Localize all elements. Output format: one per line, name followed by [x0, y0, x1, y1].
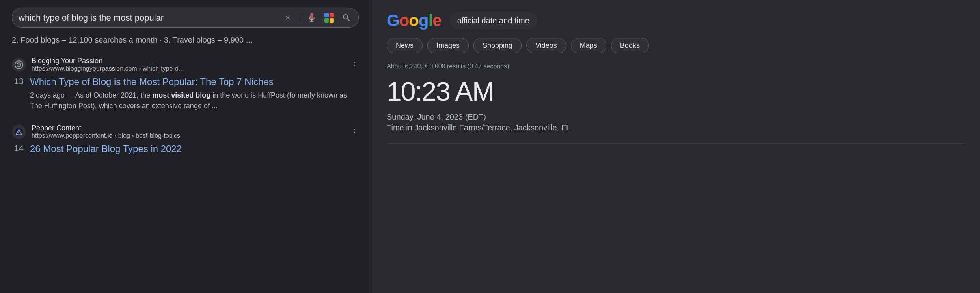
result-header-14: Pepper Content https://www.peppercontent…	[12, 124, 359, 139]
site-url-14: https://www.peppercontent.io › blog › be…	[32, 132, 345, 139]
result-number-14: 14	[12, 143, 24, 154]
search-bar-container: which type of blog is the most popular	[0, 0, 371, 34]
result-item-14: Pepper Content https://www.peppercontent…	[0, 118, 371, 161]
site-info-14: Pepper Content https://www.peppercontent…	[32, 124, 345, 139]
search-bar[interactable]: which type of blog is the most popular	[12, 8, 359, 28]
result-title-13[interactable]: Which Type of Blog is the Most Popular: …	[30, 76, 274, 87]
tab-images[interactable]: Images	[427, 38, 469, 53]
more-button-14[interactable]: ⋮	[351, 127, 359, 137]
lens-button[interactable]	[324, 12, 335, 23]
result-item-13: Blogging Your Passion https://www.bloggi…	[0, 51, 371, 118]
result-number-13: 13	[12, 75, 24, 86]
svg-point-8	[19, 64, 20, 65]
result-content-13: Which Type of Blog is the Most Popular: …	[30, 75, 359, 111]
tab-videos[interactable]: Videos	[526, 38, 566, 53]
search-input[interactable]: which type of blog is the most popular	[19, 13, 278, 23]
left-panel: which type of blog is the most popular	[0, 0, 371, 293]
result-header-13: Blogging Your Passion https://www.bloggi…	[12, 57, 359, 72]
result-row-14: 14 26 Most Popular Blog Types in 2022	[12, 143, 359, 155]
search-icons	[282, 12, 352, 23]
desc-plain-13: 2 days ago — As of October 2021, the	[30, 91, 152, 99]
result-desc-13: 2 days ago — As of October 2021, the mos…	[30, 90, 359, 111]
tab-maps[interactable]: Maps	[571, 38, 606, 53]
svg-rect-2	[324, 13, 329, 17]
site-info-13: Blogging Your Passion https://www.bloggi…	[32, 57, 345, 72]
time-location: Time in Jacksonville Farms/Terrace, Jack…	[387, 123, 964, 132]
results-count: About 6,240,000,000 results (0.47 second…	[387, 61, 964, 70]
google-logo[interactable]: Google	[387, 11, 442, 30]
time-details: Sunday, June 4, 2023 (EDT) Time in Jacks…	[387, 113, 964, 132]
favicon-13	[12, 58, 26, 72]
tab-shopping[interactable]: Shopping	[473, 38, 522, 53]
result-content-14: 26 Most Popular Blog Types in 2022	[30, 143, 359, 155]
filter-tabs: News Images Shopping Videos Maps Books	[387, 38, 964, 53]
above-snippet: 2. Food blogs – 12,100 searches a month …	[0, 34, 371, 51]
site-name-13: Blogging Your Passion	[32, 57, 345, 65]
result-title-14[interactable]: 26 Most Popular Blog Types in 2022	[30, 143, 182, 154]
search-button[interactable]	[341, 12, 352, 23]
desc-bold-13: most visited blog	[152, 91, 211, 99]
more-button-13[interactable]: ⋮	[351, 60, 359, 69]
clear-button[interactable]	[282, 12, 293, 23]
mic-button[interactable]	[306, 12, 317, 23]
time-display: 10:23 AM	[387, 78, 964, 105]
svg-rect-5	[330, 18, 334, 23]
result-row-13: 13 Which Type of Blog is the Most Popula…	[12, 75, 359, 111]
google-header: Google official date and time	[387, 11, 964, 30]
divider	[387, 143, 964, 144]
favicon-14	[12, 125, 26, 139]
time-date: Sunday, June 4, 2023 (EDT)	[387, 113, 964, 122]
svg-rect-4	[324, 18, 329, 23]
svg-rect-3	[330, 13, 334, 17]
tab-news[interactable]: News	[387, 38, 423, 53]
divider	[300, 13, 300, 23]
site-url-13: https://www.bloggingyourpassion.com › wh…	[32, 65, 345, 72]
site-name-14: Pepper Content	[32, 124, 345, 132]
google-search-pill[interactable]: official date and time	[449, 12, 537, 29]
tab-books[interactable]: Books	[611, 38, 649, 53]
right-panel: Google official date and time News Image…	[371, 0, 980, 293]
